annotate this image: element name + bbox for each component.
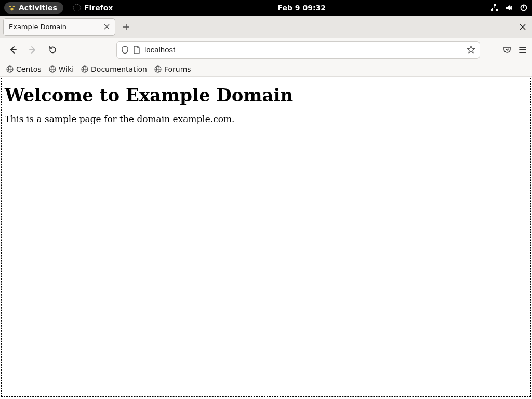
bookmark-documentation[interactable]: Documentation (81, 65, 147, 73)
page-heading: Welcome to Example Domain (5, 85, 527, 105)
bookmark-label: Centos (16, 65, 42, 73)
svg-rect-6 (496, 9, 498, 11)
globe-icon (154, 65, 162, 73)
shield-icon[interactable] (121, 46, 129, 54)
new-tab-button[interactable] (118, 19, 134, 35)
globe-icon (81, 65, 88, 73)
tab-title: Example Domain (9, 23, 99, 31)
bookmark-wiki[interactable]: Wiki (49, 65, 74, 73)
pocket-icon[interactable] (503, 46, 511, 54)
bookmark-label: Forums (164, 65, 191, 73)
page-info-icon[interactable] (133, 46, 140, 54)
activities-button[interactable]: Activities (4, 2, 63, 14)
bookmark-label: Wiki (59, 65, 74, 73)
svg-rect-5 (491, 9, 493, 11)
tab-close-button[interactable] (102, 23, 111, 31)
panel-app-name: Firefox (84, 4, 113, 12)
address-input[interactable] (144, 45, 462, 54)
bookmarks-toolbar: Centos Wiki Documentation Forums (0, 61, 532, 77)
volume-icon[interactable] (505, 4, 513, 12)
globe-icon (49, 65, 56, 73)
bookmark-forums[interactable]: Forums (154, 65, 191, 73)
svg-marker-17 (468, 46, 475, 53)
page-paragraph: This is a sample page for the domain exa… (5, 114, 527, 124)
forward-button[interactable] (25, 42, 41, 58)
panel-app-indicator[interactable]: Firefox (73, 4, 113, 12)
network-icon[interactable] (490, 4, 499, 12)
bookmark-label: Documentation (91, 65, 147, 73)
globe-icon (6, 65, 14, 73)
activities-icon (8, 4, 16, 11)
svg-point-2 (10, 8, 13, 10)
firefox-icon (73, 4, 81, 12)
back-button[interactable] (5, 42, 21, 58)
reload-button[interactable] (45, 42, 60, 58)
svg-point-1 (13, 6, 15, 8)
browser-tab-active[interactable]: Example Domain (3, 18, 115, 36)
app-menu-icon[interactable] (518, 46, 527, 54)
bookmark-centos[interactable]: Centos (6, 65, 42, 73)
page-content: Welcome to Example Domain This is a samp… (1, 78, 531, 397)
panel-clock[interactable]: Feb 9 09:32 (277, 4, 326, 12)
browser-tab-bar: Example Domain (0, 16, 532, 38)
bookmark-star-icon[interactable] (467, 45, 475, 54)
url-bar[interactable] (116, 41, 480, 59)
window-close-button[interactable] (516, 21, 529, 33)
power-icon[interactable] (520, 4, 528, 12)
activities-label: Activities (19, 4, 57, 12)
svg-rect-4 (494, 4, 496, 6)
svg-point-0 (9, 6, 11, 8)
gnome-top-panel: Activities Firefox Feb 9 09:32 (0, 0, 532, 16)
browser-toolbar (0, 38, 532, 61)
